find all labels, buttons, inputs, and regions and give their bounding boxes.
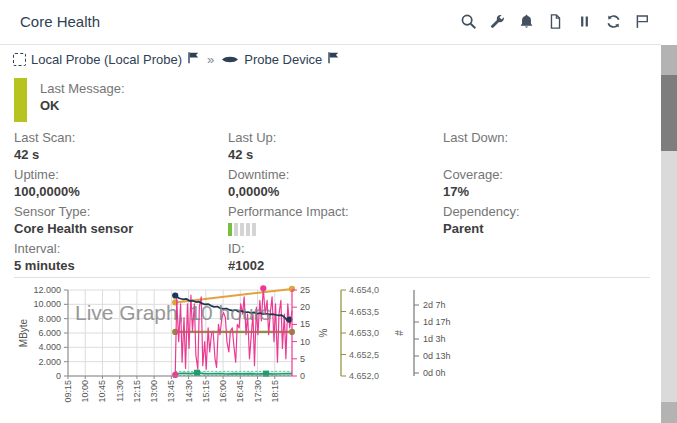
sensor-fields-grid: Last Scan:42 sLast Up:42 sLast Down:Upti…: [14, 129, 654, 274]
document-icon[interactable]: [547, 13, 564, 30]
chart-title: Live Graph, 10 hours: [75, 301, 271, 324]
bell-icon[interactable]: [518, 13, 535, 30]
field-value: [443, 146, 643, 163]
duration-tick-label: 0d 0h: [423, 368, 446, 378]
field-value: 17%: [443, 183, 643, 200]
marker-navy-declining: [172, 292, 178, 298]
flag-icon[interactable]: [634, 13, 651, 30]
percent-tick-label: 25: [300, 285, 310, 295]
percent-tick-label: 15: [300, 319, 310, 329]
x-tick-label: 13:45: [166, 380, 176, 403]
left-tick-label: 10.000: [33, 299, 61, 309]
impact-segment: [246, 223, 250, 236]
count-tick-label: 4.653,0: [349, 328, 379, 338]
field-label: ID:: [228, 240, 443, 257]
field-value: Core Health sensor: [14, 220, 228, 237]
left-tick-label: 12.000: [33, 285, 61, 295]
x-tick-label: 13:00: [149, 380, 159, 403]
x-tick-label: 16:00: [218, 380, 228, 403]
x-tick-label: 10:00: [80, 380, 90, 403]
marker-olive-flat: [172, 329, 178, 335]
field-label: Dependency:: [443, 203, 643, 220]
field-label: Performance Impact:: [228, 203, 443, 220]
pause-icon[interactable]: [576, 13, 593, 30]
status-value: OK: [40, 98, 60, 113]
field-value: 42 s: [228, 146, 443, 163]
percent-tick-label: 0: [300, 371, 305, 381]
impact-segment: [228, 223, 232, 236]
header-divider: [0, 44, 661, 45]
percent-tick-label: 10: [300, 337, 310, 347]
probe-icon: [13, 53, 26, 66]
x-tick-label: 16:45: [235, 380, 245, 403]
field-label: Coverage:: [443, 166, 643, 183]
count-axis-unit: #: [394, 330, 405, 336]
marker-green-low: [194, 370, 200, 376]
field-coverage: Coverage:17%: [443, 166, 643, 200]
scrollbar[interactable]: [661, 45, 677, 423]
breadcrumb-separator: »: [205, 52, 216, 67]
field-id: ID:#1002: [228, 240, 443, 274]
marker-pink-jagged: [260, 285, 266, 291]
left-tick-label: 2.000: [38, 357, 61, 367]
x-tick-label: 09:15: [63, 380, 73, 403]
performance-impact-meter: [228, 223, 443, 236]
breadcrumb-probe-link[interactable]: Local Probe (Local Probe): [31, 52, 182, 67]
count-tick-label: 4.654,0: [349, 285, 379, 295]
breadcrumb-device-link[interactable]: Probe Device: [244, 52, 322, 67]
field-label: Sensor Type:: [14, 203, 228, 220]
field-sensor-type: Sensor Type:Core Health sensor: [14, 203, 228, 237]
impact-segment: [234, 223, 238, 236]
percent-axis-unit: %: [318, 328, 329, 337]
field-label: Last Scan:: [14, 129, 228, 146]
x-tick-label: 12:15: [132, 380, 142, 403]
percent-tick-label: 5: [300, 354, 305, 364]
device-icon: [221, 52, 239, 67]
field-label: Last Up:: [228, 129, 443, 146]
left-axis-unit: MByte: [18, 318, 29, 347]
duration-tick-label: 0d 13h: [423, 351, 451, 361]
left-tick-label: 0: [56, 371, 61, 381]
field-downtime: Downtime:0,0000%: [228, 166, 443, 200]
impact-segment: [252, 223, 256, 236]
field-label: Interval:: [14, 240, 228, 257]
x-tick-label: 14:30: [184, 380, 194, 403]
scrollbar-bottom-cap[interactable]: [661, 402, 677, 423]
toolbar: [460, 13, 651, 30]
duration-tick-label: 2d 7h: [423, 300, 446, 310]
field-value: 5 minutes: [14, 257, 228, 274]
search-icon[interactable]: [460, 13, 477, 30]
percent-tick-label: 20: [300, 302, 310, 312]
scrollbar-top-cap[interactable]: [661, 45, 677, 75]
scrollbar-thumb[interactable]: [661, 75, 677, 151]
marker-pink-jagged: [172, 372, 178, 378]
x-tick-label: 18:15: [270, 380, 280, 403]
x-tick-label: 15:15: [201, 380, 211, 403]
breadcrumb: Local Probe (Local Probe) » Probe Device: [13, 51, 340, 67]
field-label: Last Down:: [443, 129, 643, 146]
flag-icon[interactable]: [187, 51, 200, 67]
count-tick-label: 4.652,5: [349, 350, 379, 360]
impact-segment: [240, 223, 244, 236]
x-tick-label: 11:30: [115, 380, 125, 402]
field-performance-impact: Performance Impact:: [228, 203, 443, 237]
header: Core Health: [0, 0, 677, 44]
flag-icon[interactable]: [327, 51, 340, 67]
wrench-icon[interactable]: [489, 13, 506, 30]
count-tick-label: 4.653,5: [349, 307, 379, 317]
left-tick-label: 6.000: [38, 328, 61, 338]
duration-tick-label: 1d 17h: [423, 317, 451, 327]
refresh-icon[interactable]: [605, 13, 622, 30]
duration-tick-label: 1d 3h: [423, 334, 446, 344]
field-dependency: Dependency:Parent: [443, 203, 643, 237]
field-value: Parent: [443, 220, 643, 237]
field-last-up: Last Up:42 s: [228, 129, 443, 163]
live-graph-chart[interactable]: Live Graph, 10 hours02.0004.0006.0008.00…: [0, 284, 677, 423]
field-uptime: Uptime:100,0000%: [14, 166, 228, 200]
field-last-scan: Last Scan:42 s: [14, 129, 228, 163]
section-divider: [14, 277, 650, 278]
x-tick-label: 10:45: [97, 380, 107, 403]
status-label: Last Message:: [40, 81, 125, 96]
field-value: #1002: [228, 257, 443, 274]
field-value: 42 s: [14, 146, 228, 163]
